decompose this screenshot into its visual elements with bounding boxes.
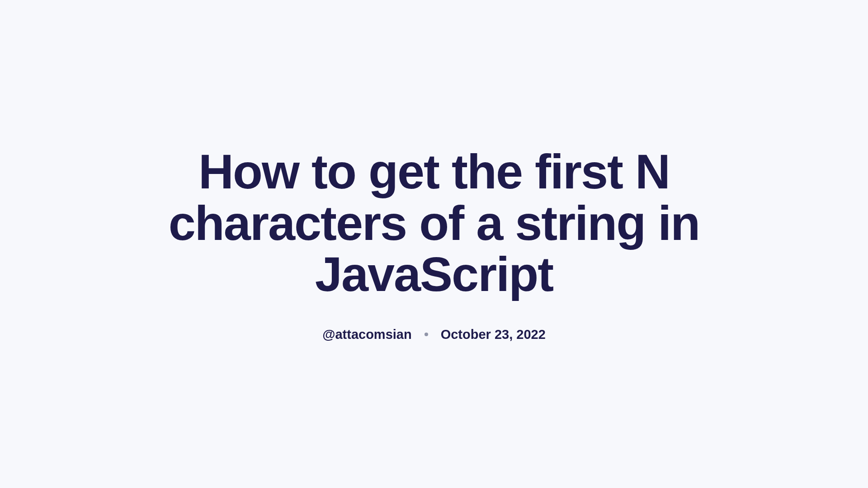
article-card: How to get the first N characters of a s… [118,146,750,342]
article-date: October 23, 2022 [441,327,546,342]
article-author: @attacomsian [322,327,412,342]
separator-dot-icon [425,333,428,336]
article-title: How to get the first N characters of a s… [136,146,732,300]
article-meta: @attacomsian October 23, 2022 [136,327,732,342]
